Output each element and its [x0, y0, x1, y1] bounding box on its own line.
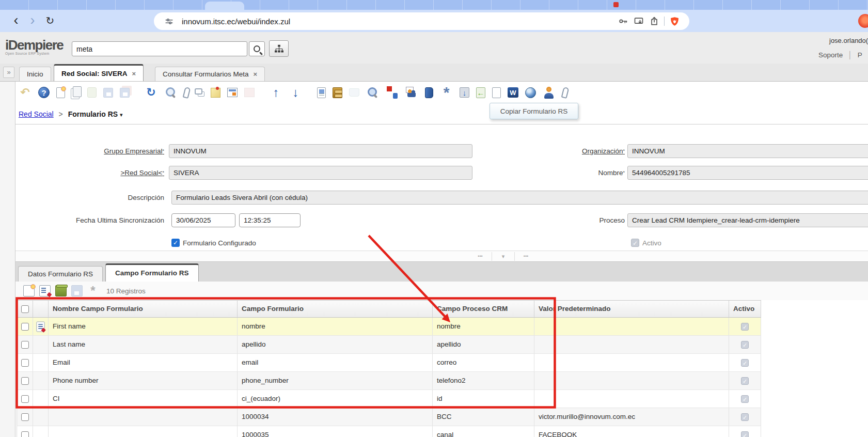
browser-back-button[interactable]: ‹	[8, 10, 24, 32]
attachment-icon[interactable]	[183, 86, 191, 98]
tab-datos-formulario-rs[interactable]: Datos Formulario RS	[18, 266, 103, 282]
grid-toggle-icon[interactable]	[227, 88, 238, 97]
find-icon[interactable]	[164, 86, 177, 99]
settings-icon[interactable]: *	[87, 285, 99, 296]
undo-icon[interactable]: ↶	[19, 86, 31, 99]
table-row[interactable]: 1000034BCCvictor.murillo@innovum.com.ec✓	[17, 408, 761, 426]
archive-document-icon[interactable]	[425, 87, 433, 98]
print-icon[interactable]	[349, 88, 359, 97]
column-valor-predeterminado[interactable]: Valor Predeterminado	[534, 301, 729, 317]
note-icon[interactable]	[211, 88, 220, 98]
attachment-2-icon[interactable]	[561, 86, 570, 98]
global-search-input[interactable]	[72, 41, 247, 56]
new-record-icon[interactable]	[56, 87, 65, 98]
user-icon[interactable]	[543, 86, 556, 99]
splitter-collapse-button[interactable]: ▾	[492, 252, 514, 261]
next-record-icon[interactable]: ↓	[289, 86, 302, 99]
export-file-icon[interactable]	[492, 87, 501, 98]
file-import-icon[interactable]: ←	[476, 87, 485, 98]
save-row-icon[interactable]	[71, 285, 83, 296]
share-icon[interactable]	[646, 13, 662, 29]
nombre-field[interactable]: 544964005291785	[627, 166, 868, 180]
browser-reload-button[interactable]: ↻	[42, 10, 58, 32]
panel-splitter[interactable]: ••• ▾ •••	[15, 251, 868, 262]
fecha-date-field[interactable]: 30/06/2025	[171, 213, 235, 227]
browser-profile-icon[interactable]	[858, 14, 868, 28]
copy-record-icon[interactable]	[73, 86, 82, 97]
fecha-time-field[interactable]: 12:35:25	[239, 213, 301, 227]
browser-forward-button[interactable]: ›	[25, 10, 40, 32]
select-all-checkbox[interactable]	[21, 305, 29, 313]
row-checkbox[interactable]	[21, 341, 29, 349]
splitter-drag-handle[interactable]: •••	[514, 252, 537, 261]
chevron-down-icon[interactable]: ▾	[120, 112, 123, 118]
column-campo-formulario[interactable]: Campo Formulario	[238, 301, 433, 317]
tab-campo-formulario-rs[interactable]: Campo Formulario RS	[105, 263, 199, 282]
requests-icon[interactable]	[405, 86, 418, 99]
table-row[interactable]: Last nameapellidoapellido✓	[17, 336, 761, 354]
report-icon[interactable]	[317, 87, 326, 98]
tab-red-social-sivera[interactable]: Red Social: SIVERA ×	[54, 64, 144, 81]
breadcrumb-current[interactable]: Formulario RS	[68, 110, 118, 118]
search-button[interactable]	[249, 41, 265, 56]
row-checkbox[interactable]	[21, 395, 29, 403]
delete-record-icon[interactable]	[87, 87, 97, 98]
breadcrumb-parent-link[interactable]: Red Social	[19, 110, 54, 118]
row-checkbox[interactable]	[21, 359, 29, 367]
password-key-icon[interactable]	[616, 13, 631, 29]
row-checkbox[interactable]	[21, 431, 29, 437]
edit-row-icon[interactable]	[39, 285, 51, 296]
organizacion-label[interactable]: Organización	[491, 144, 625, 158]
zoom-across-icon[interactable]	[366, 86, 379, 99]
detail-grid-icon[interactable]	[244, 88, 255, 97]
collapsed-side-panel[interactable]	[0, 82, 15, 437]
tab-inicio[interactable]: Inicio	[19, 67, 51, 81]
send-to-device-icon[interactable]	[631, 13, 646, 29]
refresh-icon[interactable]: ↻	[145, 86, 157, 99]
row-checkbox[interactable]	[21, 413, 29, 421]
edit-record-icon[interactable]	[36, 321, 44, 332]
support-link[interactable]: Soporte	[818, 51, 843, 59]
proceso-field[interactable]: Crear Lead CRM Idempiere_crear-lead-crm-…	[627, 213, 868, 227]
export-word-icon[interactable]: W	[508, 87, 518, 98]
site-settings-icon[interactable]	[161, 13, 177, 29]
column-activo[interactable]: Activo	[729, 301, 761, 317]
grupo-empresarial-label[interactable]: Grupo Empresarial	[30, 144, 164, 158]
browser-address-bar[interactable]: innovum.itsc.ec/webui/index.zul	[154, 12, 689, 30]
formulario-configurado-checkbox[interactable]: ✓	[171, 239, 180, 247]
organizacion-field[interactable]: INNOVUM	[627, 144, 868, 158]
browser-active-tab[interactable]	[205, 2, 244, 10]
column-nombre-campo[interactable]: Nombre Campo Formulario	[49, 301, 238, 317]
splitter-drag-handle[interactable]: •••	[469, 252, 492, 261]
menu-tree-button[interactable]	[269, 40, 289, 57]
preference-link[interactable]: P	[858, 51, 862, 59]
table-row[interactable]: Phone numberphone_numbertelefono2✓	[17, 372, 761, 390]
brave-shield-icon[interactable]	[667, 13, 682, 29]
table-row[interactable]: 1000035canalFACEBOOK✓	[17, 426, 761, 437]
row-checkbox[interactable]	[21, 377, 29, 385]
grupo-empresarial-field[interactable]: INNOVUM	[169, 144, 472, 158]
delete-row-icon[interactable]	[55, 285, 67, 296]
close-tab-icon[interactable]: ×	[254, 71, 258, 77]
save-icon[interactable]	[103, 88, 113, 98]
column-campo-proceso-crm[interactable]: Campo Proceso CRM	[433, 301, 534, 317]
export-icon[interactable]: ↓	[460, 87, 469, 98]
help-icon[interactable]: ?	[38, 87, 50, 98]
active-workflows-icon[interactable]	[386, 86, 399, 99]
archive-icon[interactable]	[333, 87, 342, 98]
close-tab-icon[interactable]: ×	[132, 70, 136, 77]
tab-consultar-formularios-meta[interactable]: Consultar Formularios Meta ×	[155, 67, 265, 81]
new-row-icon[interactable]	[23, 285, 35, 296]
web-services-icon[interactable]	[525, 87, 536, 98]
table-row[interactable]: First namenombrenombre✓	[17, 318, 761, 336]
red-social-field[interactable]: SIVERA	[169, 166, 472, 180]
table-row[interactable]: Emailemailcorreo✓	[17, 354, 761, 372]
red-social-label[interactable]: >Red Social<	[30, 166, 164, 180]
process-icon[interactable]: *	[440, 86, 453, 99]
table-row[interactable]: CIci_(ecuador)id✓	[17, 390, 761, 408]
save-create-icon[interactable]	[120, 88, 130, 98]
chat-icon[interactable]	[195, 88, 202, 95]
previous-record-icon[interactable]: ↑	[270, 86, 282, 99]
descripcion-field[interactable]: Formulario Leads Sivera Abril (con cédul…	[171, 191, 868, 205]
sidebar-expand-button[interactable]: »	[3, 67, 14, 78]
